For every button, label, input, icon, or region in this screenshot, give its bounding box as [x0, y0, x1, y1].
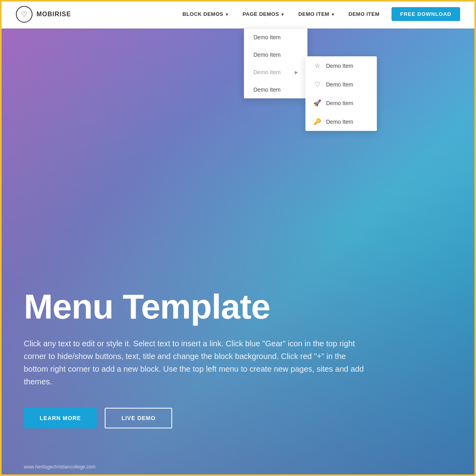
- hero-subtitle: Click any text to edit or style it. Sele…: [24, 337, 365, 388]
- chevron-down-icon: ▼: [281, 12, 285, 17]
- chevron-down-icon: ▼: [331, 12, 335, 17]
- right-border: [474, 0, 476, 476]
- rocket-icon: 🚀: [313, 99, 321, 107]
- dropdown-secondary-item-1[interactable]: ☆ Demo Item: [305, 56, 377, 75]
- left-border: [0, 0, 2, 476]
- bottom-border: [0, 474, 476, 476]
- dropdown-secondary-item-4[interactable]: 🔑 Demo Item: [305, 112, 377, 131]
- dropdown-secondary-item-3[interactable]: 🚀 Demo Item: [305, 94, 377, 112]
- dropdown-item-1[interactable]: Demo Item: [244, 29, 307, 46]
- nav-links: BLOCK DEMOS ▼ PAGE DEMOS ▼ DEMO ITEM ▼ D…: [177, 7, 460, 21]
- nav-item-block-demos[interactable]: BLOCK DEMOS ▼: [177, 8, 234, 20]
- brand-name: MOBIRISE: [36, 11, 71, 18]
- chevron-down-icon: ▼: [225, 12, 229, 17]
- chevron-right-icon: ▶: [295, 70, 298, 75]
- live-demo-button[interactable]: LIVE DEMO: [105, 408, 172, 428]
- brand-heart-icon: ♡: [16, 6, 33, 23]
- brand: ♡ MOBIRISE: [16, 6, 71, 23]
- star-icon: ☆: [313, 62, 321, 69]
- key-icon: 🔑: [313, 118, 321, 125]
- learn-more-button[interactable]: LEARN MORE: [24, 408, 97, 428]
- navbar: ♡ MOBIRISE BLOCK DEMOS ▼ PAGE DEMOS ▼ DE…: [0, 0, 476, 29]
- heart-icon: ♡: [313, 81, 321, 88]
- hero-section: Menu Template Click any text to edit or …: [0, 29, 476, 476]
- dropdown-item-3[interactable]: Demo Item ▶: [244, 63, 307, 81]
- hero-title: Menu Template: [24, 288, 381, 326]
- hero-buttons: LEARN MORE LIVE DEMO: [24, 408, 381, 428]
- dropdown-item-2[interactable]: Demo Item: [244, 46, 307, 63]
- nav-item-demo-item-2[interactable]: DEMO ITEM: [343, 8, 385, 20]
- dropdown-item-4[interactable]: Demo Item: [244, 81, 307, 98]
- nav-item-demo-item-1[interactable]: DEMO ITEM ▼: [293, 8, 341, 20]
- footer-url: www.heritagechristiancollege.com: [24, 464, 96, 470]
- primary-dropdown: Demo Item Demo Item Demo Item ▶ Demo Ite…: [244, 29, 307, 98]
- nav-item-page-demos[interactable]: PAGE DEMOS ▼: [237, 8, 290, 20]
- dropdown-secondary-item-2[interactable]: ♡ Demo Item: [305, 75, 377, 94]
- secondary-dropdown: ☆ Demo Item ♡ Demo Item 🚀 Demo Item 🔑 De…: [305, 56, 377, 131]
- free-download-button[interactable]: FREE DOWNLOAD: [392, 7, 460, 21]
- hero-content: Menu Template Click any text to edit or …: [24, 288, 381, 428]
- top-border: [0, 0, 476, 2]
